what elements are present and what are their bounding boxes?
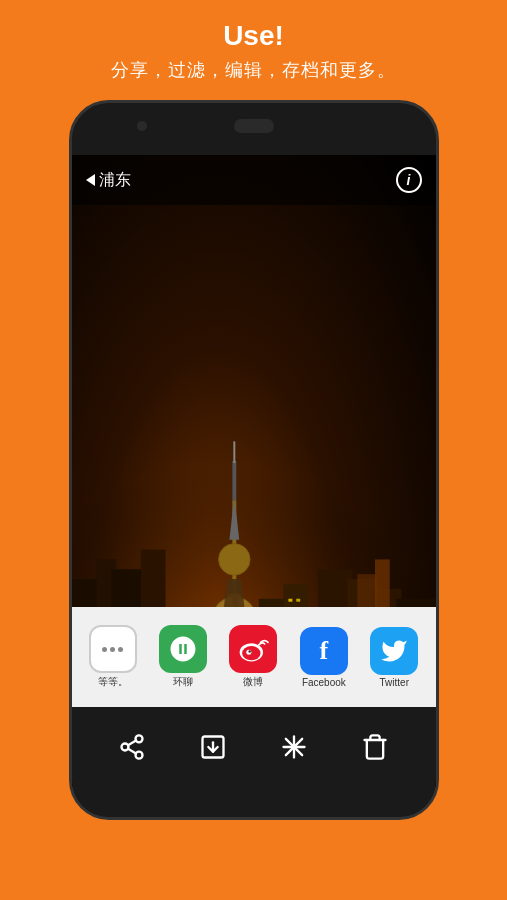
screen-header: 浦东 i <box>72 155 436 205</box>
app-label-weibo: 微博 <box>243 675 263 689</box>
action-toolbar <box>72 707 436 787</box>
hangouts-icon <box>168 634 198 664</box>
twitter-icon <box>380 637 408 665</box>
info-button[interactable]: i <box>396 167 422 193</box>
top-section: Use! 分享，过滤，编辑，存档和更多。 <box>0 0 507 100</box>
share-icon <box>118 733 146 761</box>
app-item-more[interactable]: 等等。 <box>89 625 137 689</box>
app-label-hangouts: 环聊 <box>173 675 193 689</box>
phone-bezel-bottom <box>72 787 436 817</box>
svg-rect-14 <box>233 442 235 464</box>
app-label-twitter: Twitter <box>380 677 409 688</box>
svg-line-42 <box>128 741 136 746</box>
phone-camera <box>137 121 147 131</box>
app-item-weibo[interactable]: 微博 <box>229 625 277 689</box>
back-button[interactable]: 浦东 <box>86 170 131 191</box>
share-button[interactable] <box>118 733 146 761</box>
facebook-icon: f <box>320 636 329 666</box>
main-title: Use! <box>223 20 284 52</box>
svg-rect-24 <box>296 599 300 602</box>
app-item-facebook[interactable]: f Facebook <box>300 627 348 688</box>
svg-point-11 <box>218 544 249 575</box>
app-item-twitter[interactable]: Twitter <box>370 627 418 688</box>
info-icon: i <box>407 172 411 188</box>
trash-icon <box>361 733 389 761</box>
import-icon <box>199 733 227 761</box>
svg-point-50 <box>243 646 261 660</box>
svg-rect-23 <box>288 599 292 602</box>
back-arrow-icon <box>86 174 95 186</box>
more-dots-icon <box>102 647 123 652</box>
app-label-more: 等等。 <box>98 675 128 689</box>
svg-rect-13 <box>232 461 236 500</box>
weibo-icon <box>233 629 273 669</box>
share-apps-strip: 等等。 环聊 <box>72 607 436 707</box>
app-item-hangouts[interactable]: 环聊 <box>159 625 207 689</box>
phone-screen: 浦东 i <box>72 155 436 787</box>
edit-button[interactable] <box>280 733 308 761</box>
svg-line-41 <box>128 749 136 754</box>
main-subtitle: 分享，过滤，编辑，存档和更多。 <box>111 58 396 82</box>
import-button[interactable] <box>199 733 227 761</box>
phone-bezel-top <box>72 103 436 155</box>
edit-icon <box>280 733 308 761</box>
svg-point-52 <box>249 650 252 653</box>
app-label-facebook: Facebook <box>302 677 346 688</box>
trash-button[interactable] <box>361 733 389 761</box>
phone-speaker <box>234 119 274 133</box>
location-label: 浦东 <box>99 170 131 191</box>
phone-mockup: 浦东 i <box>69 100 439 820</box>
